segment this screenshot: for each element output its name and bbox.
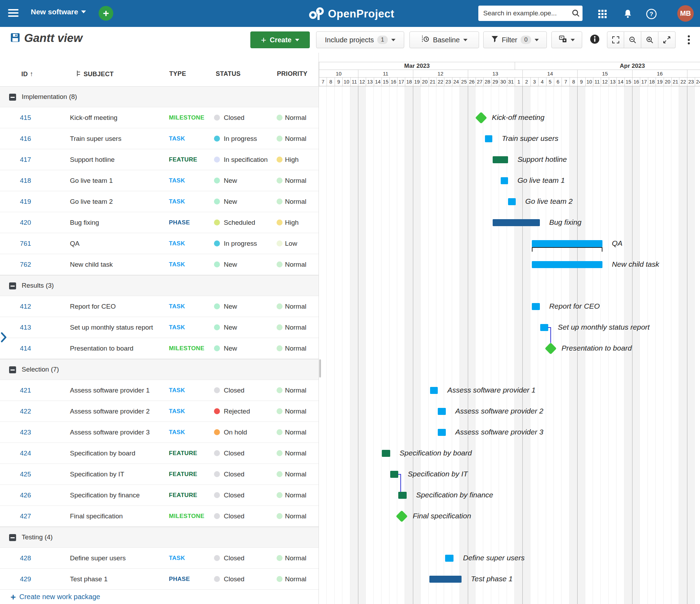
user-avatar[interactable]: MB	[677, 5, 694, 22]
table-row[interactable]: 426Specification by financeFEATUREClosed…	[0, 485, 319, 506]
collapse-group-icon[interactable]	[9, 534, 16, 541]
search-input[interactable]	[478, 9, 572, 17]
vertical-scrollbar-thumb[interactable]	[319, 359, 321, 378]
include-projects-button[interactable]: Include projects 1	[316, 31, 404, 48]
create-button[interactable]: + Create	[250, 31, 310, 48]
group-row[interactable]: Implementation (8)	[0, 86, 319, 107]
search-icon[interactable]	[572, 9, 584, 17]
apps-grid-icon[interactable]	[596, 8, 609, 20]
fullscreen-button[interactable]	[658, 31, 676, 48]
project-selector[interactable]: New software	[31, 8, 86, 16]
gantt-bar[interactable]	[390, 471, 399, 478]
column-header-type[interactable]: TYPE	[169, 70, 186, 78]
work-package-id-link[interactable]: 421	[20, 380, 31, 401]
work-package-type: TASK	[169, 233, 185, 254]
column-header-priority[interactable]: PRIORITY	[277, 70, 307, 78]
gantt-bar[interactable]	[398, 492, 407, 499]
gantt-bar[interactable]	[532, 240, 602, 247]
group-row[interactable]: Testing (4)	[0, 527, 319, 548]
table-row[interactable]: 424Specification by boardFEATUREClosedNo…	[0, 443, 319, 464]
gantt-bar[interactable]	[445, 555, 454, 562]
table-row[interactable]: 416Train super usersTASKIn progressNorma…	[0, 128, 319, 149]
gantt-bar[interactable]	[493, 219, 540, 226]
priority-dot	[277, 212, 283, 233]
gantt-bar[interactable]	[485, 135, 492, 142]
help-icon[interactable]: ?	[645, 8, 658, 20]
gantt-bar[interactable]	[508, 198, 516, 205]
table-row[interactable]: 418Go live team 1TASKNewNormal	[0, 170, 319, 191]
work-package-id-link[interactable]: 413	[20, 317, 31, 338]
work-package-id-link[interactable]: 429	[20, 569, 31, 589]
hamburger-menu-icon[interactable]	[8, 9, 19, 17]
work-package-id-link[interactable]: 422	[20, 401, 31, 422]
work-package-id-link[interactable]: 425	[20, 464, 31, 484]
save-icon[interactable]	[10, 33, 20, 44]
table-row[interactable]: 427Final specificationMILESTONEClosedNor…	[0, 506, 319, 527]
table-row[interactable]: 425Specification by ITFEATUREClosedNorma…	[0, 464, 319, 485]
notifications-bell-icon[interactable]	[621, 8, 634, 20]
zoom-to-fit-button[interactable]	[607, 31, 624, 48]
work-package-id-link[interactable]: 423	[20, 422, 31, 443]
column-header-id[interactable]: ID ↑	[21, 70, 33, 78]
create-new-work-package-link[interactable]: + Create new work package	[10, 590, 100, 604]
work-package-id-link[interactable]: 427	[20, 506, 31, 526]
table-row[interactable]: 420Bug fixingPHASEScheduledHigh	[0, 212, 319, 233]
gantt-bar-label: Report for CEO	[549, 302, 600, 310]
gantt-settings-button[interactable]	[551, 31, 582, 48]
work-package-id-link[interactable]: 428	[20, 548, 31, 568]
collapse-group-icon[interactable]	[9, 282, 16, 289]
info-button[interactable]	[586, 31, 603, 48]
table-row[interactable]: 413Set up monthly status reportTASKNewNo…	[0, 317, 319, 338]
gantt-bar[interactable]	[540, 324, 549, 331]
group-row[interactable]: Results (3)	[0, 275, 319, 296]
openproject-logo[interactable]: OpenProject	[308, 6, 394, 22]
work-package-id-link[interactable]: 424	[20, 443, 31, 463]
work-package-id-link[interactable]: 762	[20, 254, 31, 275]
baseline-button[interactable]: Baseline	[409, 31, 479, 48]
work-package-id-link[interactable]: 415	[20, 107, 31, 128]
table-row[interactable]: 417Support hotlineFEATUREIn specificatio…	[0, 149, 319, 170]
filter-button[interactable]: Filter 0	[483, 31, 547, 48]
work-package-id-link[interactable]: 418	[20, 170, 31, 191]
table-row[interactable]: 419Go live team 2TASKNewNormal	[0, 191, 319, 212]
work-package-id-link[interactable]: 412	[20, 296, 31, 317]
gantt-bar[interactable]	[532, 303, 540, 310]
global-add-button[interactable]: +	[99, 6, 113, 21]
collapse-group-icon[interactable]	[9, 94, 16, 101]
timeline-day-cell: 19	[656, 78, 663, 86]
work-package-id-link[interactable]: 761	[20, 233, 31, 254]
table-row[interactable]: 415Kick-off meetingMILESTONEClosedNormal	[0, 107, 319, 128]
gantt-bar[interactable]	[382, 450, 390, 457]
table-row[interactable]: 412Report for CEOTASKNewNormal	[0, 296, 319, 317]
group-row[interactable]: Selection (7)	[0, 359, 319, 380]
more-options-kebab-button[interactable]	[681, 31, 697, 48]
column-header-subject[interactable]: SUBJECT	[77, 70, 114, 78]
expand-sidebar-chevron[interactable]	[1, 331, 7, 345]
work-package-id-link[interactable]: 426	[20, 485, 31, 505]
work-package-id-link[interactable]: 417	[20, 149, 31, 170]
table-row[interactable]: 761QATASKIn progressLow	[0, 233, 319, 254]
gantt-bar[interactable]	[501, 177, 508, 184]
gantt-bar[interactable]	[532, 261, 602, 268]
zoom-out-button[interactable]	[624, 31, 641, 48]
work-package-id-link[interactable]: 414	[20, 338, 31, 359]
column-header-status[interactable]: STATUS	[216, 70, 241, 78]
gantt-bar[interactable]	[493, 156, 508, 163]
table-row[interactable]: 429Test phase 1PHASEClosedNormal	[0, 569, 319, 590]
gantt-bar[interactable]	[429, 576, 462, 583]
table-row[interactable]: 414Presentation to boardMILESTONENewNorm…	[0, 338, 319, 359]
table-row[interactable]: 762New child taskTASKNewNormal	[0, 254, 319, 275]
work-package-id-link[interactable]: 416	[20, 128, 31, 149]
work-package-id-link[interactable]: 420	[20, 212, 31, 233]
table-row[interactable]: 421Assess software provider 1TASKClosedN…	[0, 380, 319, 401]
status-dot-icon	[214, 492, 220, 498]
gantt-bar[interactable]	[438, 408, 445, 415]
gantt-bar[interactable]	[430, 387, 438, 394]
gantt-bar[interactable]	[438, 429, 445, 436]
work-package-id-link[interactable]: 419	[20, 191, 31, 212]
table-row[interactable]: 428Define super usersTASKClosedNormal	[0, 548, 319, 569]
table-row[interactable]: 422Assess software provider 2TASKRejecte…	[0, 401, 319, 422]
zoom-in-button[interactable]	[641, 31, 658, 48]
collapse-group-icon[interactable]	[9, 366, 16, 373]
table-row[interactable]: 423Assess software provider 3TASKOn hold…	[0, 422, 319, 443]
